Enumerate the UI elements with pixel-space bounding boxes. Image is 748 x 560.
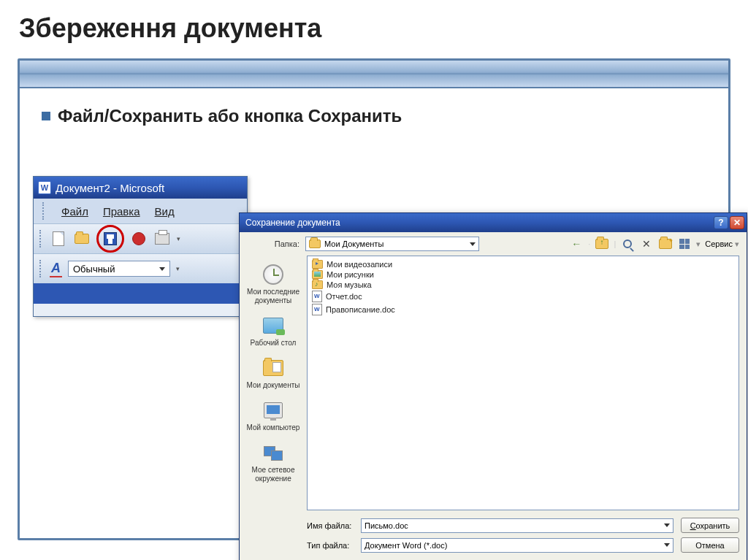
up-folder-button[interactable] xyxy=(595,237,609,251)
magnifier-icon xyxy=(623,239,632,248)
word-doc-icon xyxy=(312,291,322,302)
folder-video-icon xyxy=(312,260,323,269)
folder-icon xyxy=(309,239,321,248)
print-button[interactable] xyxy=(153,230,171,248)
sidebar-desktop[interactable]: Рабочий стол xyxy=(243,311,303,350)
folder-music-icon xyxy=(312,280,323,289)
close-button[interactable]: ✕ xyxy=(730,216,744,229)
word-title-text: Документ2 - Microsoft xyxy=(56,182,164,194)
word-app-icon: W xyxy=(38,181,51,194)
dialog-title-text: Сохранение документа xyxy=(245,218,340,228)
bullet-text: Файл/Сохранить або кнопка Сохранить xyxy=(58,106,402,126)
word-menubar: Файл Правка Вид xyxy=(34,199,247,223)
style-combo-value: Обычный xyxy=(73,264,115,275)
chevron-down-icon xyxy=(470,242,476,246)
new-page-icon xyxy=(53,231,64,246)
bullet-marker-icon xyxy=(42,112,50,120)
styles-pane-icon[interactable]: A xyxy=(50,261,62,277)
save-dialog-button[interactable]: Сохранить xyxy=(681,518,739,533)
open-button[interactable] xyxy=(73,230,91,248)
mydocs-icon xyxy=(263,360,283,376)
file-name: Правописание.doc xyxy=(326,305,395,314)
toolbar-overflow-icon[interactable]: ▾ xyxy=(176,265,180,272)
back-button[interactable]: ← xyxy=(569,237,584,251)
file-name: Отчет.doc xyxy=(326,292,362,301)
dialog-titlebar[interactable]: Сохранение документа ? ✕ xyxy=(240,213,747,232)
views-icon xyxy=(679,239,690,249)
menu-file[interactable]: Файл xyxy=(61,205,88,218)
new-button[interactable] xyxy=(50,230,67,248)
word-ruler-area xyxy=(34,283,247,304)
save-button[interactable] xyxy=(102,230,119,248)
permission-button[interactable] xyxy=(130,230,148,248)
recent-icon xyxy=(263,264,283,285)
chevron-down-icon xyxy=(664,543,670,547)
folder-pictures-icon xyxy=(312,270,323,279)
search-button[interactable] xyxy=(620,237,635,251)
list-item[interactable]: Мои рисунки xyxy=(312,269,734,280)
sidebar-label: Мои документы xyxy=(245,381,302,390)
style-combo[interactable]: Обычный xyxy=(68,261,170,277)
folder-combo[interactable]: Мои Документы xyxy=(305,237,479,251)
dialog-toolbar: Папка: Мои Документы ← · | ✕ ▾ Сервис ▾ xyxy=(240,232,747,256)
places-sidebar: Мои последние документы Рабочий стол Мои… xyxy=(240,256,307,560)
word-window-snippet: W Документ2 - Microsoft Файл Правка Вид … xyxy=(33,176,248,317)
word-titlebar: W Документ2 - Microsoft xyxy=(34,177,247,199)
menu-edit[interactable]: Правка xyxy=(103,205,140,218)
save-dialog: Сохранение документа ? ✕ Папка: Мои Доку… xyxy=(239,212,747,560)
filetype-combo[interactable]: Документ Word (*.doc) xyxy=(361,538,673,553)
filename-input[interactable]: Письмо.doc xyxy=(361,518,673,533)
menu-view[interactable]: Вид xyxy=(155,205,175,218)
slide-frame: Файл/Сохранить або кнопка Сохранить W До… xyxy=(18,58,730,540)
folder-label: Папка: xyxy=(247,239,299,248)
sidebar-recent[interactable]: Мои последние документы xyxy=(243,260,303,308)
filetype-label: Тип файла: xyxy=(307,541,354,550)
list-item[interactable]: Мои видеозаписи xyxy=(312,259,734,269)
sidebar-label: Мои последние документы xyxy=(245,288,302,305)
network-icon xyxy=(264,445,283,461)
sidebar-label: Рабочий стол xyxy=(245,339,302,348)
views-button[interactable] xyxy=(677,237,692,251)
new-folder-icon xyxy=(659,239,672,249)
new-folder-button[interactable] xyxy=(658,237,673,251)
grip-icon xyxy=(39,260,44,277)
tools-menu[interactable]: Сервис ▾ xyxy=(705,239,739,249)
file-name: Мои рисунки xyxy=(327,270,374,279)
file-name: Мои видеозаписи xyxy=(327,260,392,269)
list-item[interactable]: Отчет.doc xyxy=(312,290,734,303)
bullet-item: Файл/Сохранить або кнопка Сохранить xyxy=(42,106,706,126)
folder-combo-value: Мои Документы xyxy=(324,239,383,248)
list-item[interactable]: Правописание.doc xyxy=(312,303,734,316)
save-btn-rest: охранить xyxy=(696,521,730,530)
sidebar-mycomp[interactable]: Мой компьютер xyxy=(243,396,303,435)
delete-button[interactable]: ✕ xyxy=(639,237,654,251)
sidebar-label: Мое сетевое окружение xyxy=(245,466,302,483)
word-doc-icon xyxy=(312,304,322,315)
toolbar-overflow-icon[interactable]: ▾ xyxy=(177,235,180,242)
sidebar-label: Мой компьютер xyxy=(245,423,302,432)
file-list[interactable]: Мои видеозаписи Мои рисунки Моя музыка О… xyxy=(307,256,739,510)
grip-icon xyxy=(42,202,47,220)
stop-icon xyxy=(132,232,145,245)
filename-value: Письмо.doc xyxy=(365,521,408,530)
desktop-icon xyxy=(263,318,283,334)
list-item[interactable]: Моя музыка xyxy=(312,280,734,290)
slide-title: Збереження документа xyxy=(0,0,748,51)
file-name: Моя музыка xyxy=(327,280,372,289)
chevron-down-icon xyxy=(159,267,165,271)
folder-up-icon xyxy=(595,239,608,249)
save-highlight-circle xyxy=(96,225,124,253)
help-button[interactable]: ? xyxy=(714,216,728,229)
cancel-button[interactable]: Отмена xyxy=(681,537,739,553)
slide-decorative-bar xyxy=(20,61,728,88)
grip-icon xyxy=(39,230,44,248)
filetype-value: Документ Word (*.doc) xyxy=(365,541,447,550)
sidebar-mynet[interactable]: Мое сетевое окружение xyxy=(243,438,303,486)
chevron-down-icon xyxy=(664,523,670,527)
filename-label: Имя файла: xyxy=(307,521,354,530)
printer-icon xyxy=(155,233,169,245)
computer-icon xyxy=(264,402,283,418)
word-toolbar: ▾ xyxy=(34,223,247,254)
sidebar-mydocs[interactable]: Мои документы xyxy=(243,353,303,393)
folder-open-icon xyxy=(75,234,89,244)
